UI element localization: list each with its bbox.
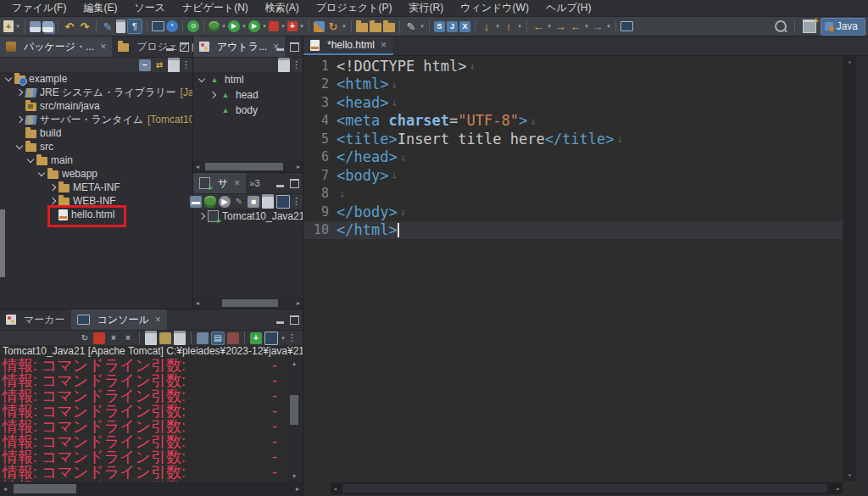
display-console-icon[interactable]	[264, 332, 278, 345]
code-area[interactable]: 1<!DOCTYPE html>↓2<html>↓3<head>↓4<meta …	[303, 57, 843, 481]
minimize-icon[interactable]	[276, 321, 284, 324]
back-icon[interactable]: ←	[531, 20, 545, 33]
tree-item-server-runtime[interactable]: サーバー・ランタイム[Tomcat10 (Java21)]	[0, 113, 192, 126]
tree-item-example[interactable]: example	[0, 72, 192, 86]
maximize-icon[interactable]	[290, 315, 299, 325]
console-shortcut-icon[interactable]	[152, 21, 164, 31]
scroll-right-icon[interactable]: ▸	[297, 163, 300, 170]
export-caret[interactable]: ▾	[516, 23, 523, 30]
debug-server-icon[interactable]	[204, 196, 216, 208]
menu-run[interactable]: 実行(R)	[401, 0, 453, 17]
view-menu-icon[interactable]: ⋮	[181, 59, 190, 70]
code-line-8[interactable]: 8↓	[303, 185, 843, 203]
package-explorer-scrollbar-thumb[interactable]	[0, 209, 5, 277]
chevron-right-icon[interactable]	[14, 114, 25, 125]
new-project-icon[interactable]	[314, 21, 325, 32]
menu-source[interactable]: ソース	[125, 0, 174, 17]
back-history-icon[interactable]: ←	[569, 20, 582, 33]
scrollbar-thumb[interactable]	[342, 484, 827, 493]
word-wrap-icon[interactable]	[174, 331, 186, 345]
external-tools-icon[interactable]: +	[287, 21, 298, 31]
close-icon[interactable]: ×	[234, 177, 240, 189]
code-line-6[interactable]: 6</head>↓	[303, 148, 843, 167]
tree-item-jre-system-library[interactable]: JRE システム・ライブラリー[JavaSE-21]	[0, 86, 192, 99]
code-line-10[interactable]: 10</html>	[303, 221, 843, 240]
scroll-down-icon[interactable]: ▾	[848, 471, 852, 479]
open-console-icon[interactable]: +	[250, 332, 262, 344]
editor-hscrollbar[interactable]: ◂ ▸	[331, 482, 843, 494]
link-with-editor-icon[interactable]: ⇄	[153, 59, 165, 71]
terminate-icon[interactable]	[93, 332, 105, 344]
profile-server-icon[interactable]: ✎	[233, 196, 245, 208]
tree-item-webapp[interactable]: webapp	[0, 167, 192, 181]
tab-outline[interactable]: アウトラ... ×	[193, 36, 285, 57]
forward-annotation-icon[interactable]: →	[554, 20, 567, 33]
scrollbar-thumb[interactable]	[14, 484, 76, 493]
open-perspective-icon[interactable]	[803, 20, 816, 33]
overview-ruler[interactable]	[856, 56, 868, 496]
run-icon[interactable]: ▶	[228, 20, 240, 32]
import-caret[interactable]: ▾	[494, 23, 501, 30]
chevron-down-icon[interactable]	[25, 155, 36, 166]
scroll-down-icon[interactable]: ▾	[292, 472, 296, 480]
run-dropdown-caret[interactable]: ▾	[241, 23, 248, 30]
stop-server-icon[interactable]: ■	[248, 196, 259, 208]
open-project-icon[interactable]	[383, 23, 395, 32]
tree-item-src-main-java[interactable]: src/main/java	[0, 99, 192, 113]
editor-vscrollbar[interactable]: ▴ ▾	[843, 56, 856, 481]
view-menu-icon[interactable]: ⋮	[292, 196, 300, 207]
scroll-right-icon[interactable]: ▸	[297, 299, 300, 307]
show-stdout-icon[interactable]: ▤	[211, 332, 225, 345]
close-icon[interactable]: ×	[100, 41, 106, 53]
close-icon[interactable]: ×	[381, 39, 387, 51]
chevron-right-icon[interactable]	[14, 87, 25, 98]
new-dropdown-caret[interactable]: ▾	[14, 23, 21, 30]
forward-caret[interactable]: ▾	[605, 23, 612, 30]
refresh-icon[interactable]: ↻	[326, 20, 340, 33]
scroll-right-icon[interactable]: ▸	[296, 485, 299, 493]
redo-icon[interactable]: ↷	[78, 20, 92, 33]
new-xml-icon[interactable]: X	[459, 21, 470, 32]
console-hscrollbar[interactable]: ◂ ▸	[0, 482, 303, 496]
chevron-down-icon[interactable]	[14, 142, 25, 153]
code-line-2[interactable]: 2<html>↓	[303, 75, 843, 94]
tab-markers[interactable]: マーカー	[0, 309, 71, 330]
console-vscrollbar[interactable]: ▴ ▾	[288, 358, 300, 482]
pen-caret[interactable]: ▾	[419, 23, 426, 30]
new-jsp-icon[interactable]: J	[447, 21, 458, 32]
tree-item-build[interactable]: build	[0, 126, 192, 140]
scroll-right-icon[interactable]: ▸	[836, 485, 840, 493]
menu-window[interactable]: ウィンドウ(W)	[452, 0, 537, 17]
back-history-caret[interactable]: ▾	[583, 23, 590, 30]
scroll-left-icon[interactable]: ◂	[196, 299, 199, 307]
new-servlet-icon[interactable]: S	[434, 21, 445, 32]
debug-icon[interactable]	[209, 21, 220, 31]
scrollbar-thumb[interactable]	[290, 395, 298, 425]
chevron-right-icon[interactable]	[208, 90, 219, 101]
forward-icon[interactable]: →	[591, 20, 604, 33]
scroll-lock-icon[interactable]	[159, 332, 171, 344]
code-line-9[interactable]: 9</body>↓	[303, 203, 843, 221]
search-icon[interactable]	[775, 20, 787, 32]
tab-hello-html[interactable]: *hello.html ×	[303, 36, 393, 55]
preferences-icon[interactable]: *	[166, 20, 178, 32]
scrollbar-thumb[interactable]	[222, 299, 278, 307]
maximize-icon[interactable]	[180, 42, 189, 52]
tab-console[interactable]: コンソール ×	[71, 309, 167, 330]
menu-search[interactable]: 検索(A)	[257, 0, 308, 17]
start-server-icon[interactable]: ▶	[219, 196, 231, 208]
new-server-icon[interactable]: ▬	[190, 196, 202, 208]
scroll-up-icon[interactable]: ▴	[848, 58, 852, 65]
menu-help[interactable]: ヘルプ(H)	[537, 0, 600, 17]
clean-publish-icon[interactable]	[276, 195, 290, 209]
scrollbar-thumb[interactable]	[205, 163, 283, 170]
menu-project[interactable]: プロジェクト(P)	[308, 0, 401, 17]
console-dropdown-caret[interactable]: ▾	[280, 335, 287, 342]
tab-overflow-indicator[interactable]: »3	[249, 178, 259, 188]
menu-edit[interactable]: 編集(E)	[75, 0, 125, 17]
debug-dropdown-caret[interactable]: ▾	[220, 23, 227, 30]
tree-item-src[interactable]: src	[0, 140, 192, 153]
java-perspective-button[interactable]: Java	[821, 18, 865, 36]
import-icon[interactable]: ↓	[480, 20, 493, 33]
save-icon[interactable]	[30, 21, 41, 32]
